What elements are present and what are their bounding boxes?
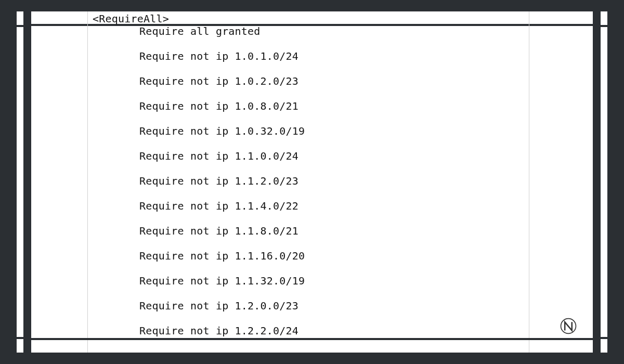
apache-config-text: <RequireAll> Require all granted Require… (93, 12, 582, 352)
require-all-open-tag: <RequireAll> (93, 12, 169, 25)
require-deny-line: Require not ip 1.1.4.0/22 (139, 200, 582, 212)
right-edge-strip (601, 11, 607, 353)
require-deny-line: Require not ip 1.0.1.0/24 (139, 50, 582, 62)
require-deny-line: Require not ip 1.2.2.0/24 (139, 324, 582, 337)
column-guide-left (87, 11, 88, 353)
require-deny-line: Require not ip 1.2.0.0/23 (139, 300, 582, 312)
require-deny-line: Require not ip 1.2.4.0/22 (139, 349, 582, 352)
require-deny-line: Require not ip 1.1.16.0/20 (139, 250, 582, 262)
n-logo-icon (560, 317, 577, 335)
require-deny-line: Require not ip 1.0.32.0/19 (139, 125, 582, 137)
code-sheet: <RequireAll> Require all granted Require… (31, 11, 593, 353)
require-deny-line: Require not ip 1.1.8.0/21 (139, 225, 582, 237)
left-edge-strip (17, 11, 23, 353)
require-deny-line: Require not ip 1.0.2.0/23 (139, 75, 582, 87)
require-deny-line: Require not ip 1.1.2.0/23 (139, 175, 582, 187)
canvas: <RequireAll> Require all granted Require… (0, 0, 624, 364)
code-block: <RequireAll> Require all granted Require… (93, 12, 582, 352)
require-grant-line: Require all granted (139, 25, 582, 37)
require-deny-line: Require not ip 1.1.0.0/24 (139, 150, 582, 162)
require-deny-line: Require not ip 1.1.32.0/19 (139, 275, 582, 287)
require-deny-line: Require not ip 1.0.8.0/21 (139, 100, 582, 112)
